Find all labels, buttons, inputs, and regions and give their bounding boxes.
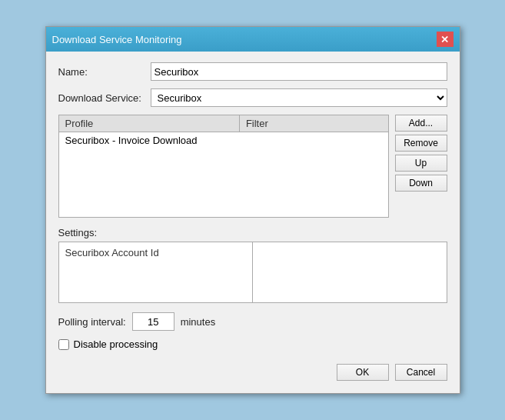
profile-cell: Securibox - Invoice Download — [65, 135, 240, 146]
disable-processing-label: Disable processing — [74, 338, 158, 350]
profiles-section: Profile Filter Securibox - Invoice Downl… — [58, 115, 447, 218]
settings-col-left: Securibox Account Id — [59, 242, 253, 302]
filter-cell — [239, 135, 381, 146]
settings-col-right — [253, 242, 447, 302]
name-label: Name: — [58, 66, 151, 78]
name-row: Name: — [58, 62, 447, 81]
table-row[interactable]: Securibox - Invoice Download — [59, 132, 388, 148]
profiles-body: Securibox - Invoice Download — [59, 132, 388, 217]
settings-section: Settings: Securibox Account Id — [58, 227, 447, 303]
up-button[interactable]: Up — [395, 155, 447, 172]
polling-input[interactable] — [132, 312, 174, 331]
polling-unit: minutes — [181, 316, 216, 328]
remove-button[interactable]: Remove — [395, 135, 447, 152]
disable-processing-checkbox[interactable] — [58, 339, 69, 350]
add-button[interactable]: Add... — [395, 115, 447, 132]
ok-button[interactable]: OK — [337, 364, 389, 381]
polling-label: Polling interval: — [58, 316, 126, 328]
name-input[interactable] — [151, 62, 447, 81]
cancel-button[interactable]: Cancel — [395, 364, 447, 381]
dialog-title: Download Service Monitoring — [52, 34, 182, 45]
dialog-window: Download Service Monitoring ✕ Name: Down… — [45, 26, 460, 394]
polling-row: Polling interval: minutes — [58, 312, 447, 331]
filter-col-header: Filter — [240, 115, 388, 132]
dialog-footer: OK Cancel — [58, 361, 447, 384]
profile-col-header: Profile — [59, 115, 240, 132]
dialog-body: Name: Download Service: Securibox Profil… — [46, 52, 460, 393]
title-bar: Download Service Monitoring ✕ — [46, 27, 460, 52]
close-icon: ✕ — [440, 34, 449, 45]
down-button[interactable]: Down — [395, 175, 447, 192]
close-button[interactable]: ✕ — [437, 32, 454, 47]
download-service-row: Download Service: Securibox — [58, 88, 447, 107]
settings-label: Settings: — [58, 227, 447, 238]
disable-processing-row: Disable processing — [58, 338, 447, 350]
download-service-label: Download Service: — [58, 92, 151, 104]
profiles-table: Profile Filter Securibox - Invoice Downl… — [58, 115, 389, 218]
profiles-buttons: Add... Remove Up Down — [395, 115, 447, 218]
profiles-header: Profile Filter — [59, 115, 388, 132]
download-service-select[interactable]: Securibox — [151, 88, 447, 107]
settings-table: Securibox Account Id — [58, 242, 447, 303]
